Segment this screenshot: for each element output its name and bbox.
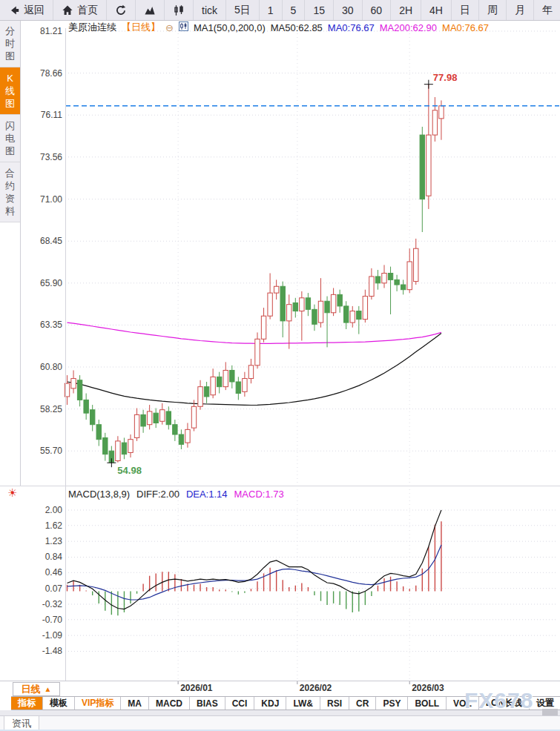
toolbar-item-4h[interactable]: 4H [421,0,452,20]
y-axis-label: 76.11 [41,110,62,120]
y-axis-label: 63.35 [40,320,62,330]
y-axis-label: 81.21 [40,26,62,36]
y-axis-label: 60.80 [40,362,62,372]
toolbar-item-label: 5 [291,4,297,16]
period-selector-label: 日线 [22,683,41,696]
toolbar-item-5d[interactable]: 5日 [226,0,260,20]
macd-y-axis-label: 0.84 [45,552,63,562]
refresh-icon [115,4,127,16]
toolbar-item-candle-chart[interactable] [165,0,194,20]
sidebar-item-time-chart[interactable]: 分时图 [0,20,20,67]
macd-y-axis-label: -0.70 [42,615,63,625]
tab-vol[interactable]: VOL [447,697,479,710]
bottom-bar: 资讯 [0,715,560,730]
tab-bias[interactable]: BIAS [190,697,225,710]
tab-rsi[interactable]: RSI [320,697,349,710]
toolbar-item-month[interactable]: 月 [507,0,534,20]
tab-indicator[interactable]: 指标 [11,697,43,710]
kline-settings-icon[interactable] [179,22,188,33]
tab-template[interactable]: 模板 [43,697,75,710]
instrument-title: 美原油连续 [68,21,116,34]
macd-histogram [67,521,441,615]
period-selector[interactable]: 日线 ▲ [13,682,60,696]
toolbar-item-label: 1 [268,4,274,16]
macd-macd-value: MACD:1.73 [234,489,284,500]
x-axis-label: 2026/03 [412,683,444,693]
mountain-icon [144,4,156,16]
divider-strip [0,710,560,715]
tab-lon[interactable]: LON长线 [479,697,530,710]
tab-kdj[interactable]: KDJ [254,697,286,710]
tab-ma[interactable]: MA [121,697,149,710]
x-axis-labels: 2026/012026/022026/03 [178,681,444,693]
toolbar-item-60m[interactable]: 60 [363,0,392,20]
price-macd-chart[interactable]: 81.2178.6676.1173.5671.0068.4565.9063.35… [0,0,560,731]
macd-y-axis-label: -0.32 [42,599,63,609]
toolbar-item-label: tick [202,4,217,16]
macd-y-axis-label: -1.09 [42,630,63,641]
low-price-label: 54.98 [117,465,142,476]
ma50-line [67,334,441,406]
toolbar-item-label: 年 [542,4,553,17]
indicator-tab-bar: 指标模板VIP指标MAMACDBIASCCIKDJLW&RSICRPSYBOLL… [11,696,560,710]
toolbar-item-5m[interactable]: 5 [283,0,306,20]
horizontal-scrollbar[interactable] [542,709,558,715]
toolbar-item-2h[interactable]: 2H [391,0,421,20]
low-cross-marker [107,458,116,467]
toolbar-item-15m[interactable]: 15 [305,0,334,20]
y-axis-label: 73.56 [40,152,62,162]
toolbar-item-home[interactable]: 首页 [53,0,107,20]
tab-vip-indicator[interactable]: VIP指标 [75,697,121,710]
main-chart-header: 美原油连续 【日线】 ⊖ MA1(50,0,200,0) MA50:62.85 … [68,21,489,34]
toolbar-item-1m[interactable]: 1 [260,0,283,20]
toolbar-item-label: 30 [342,4,354,16]
toolbar-item-back[interactable]: 返回 [0,0,53,20]
x-axis-label: 2026/02 [300,683,332,693]
toolbar-item-label: 月 [515,4,525,17]
ma0-value-orange: MA0:76.67 [442,22,489,33]
toolbar-item-year[interactable]: 年 [534,0,560,20]
toolbar-item-label: 返回 [24,4,45,17]
home-icon [62,4,73,16]
top-toolbar: 返回首页tick5日151530602H4H日周月年更多 [0,0,560,21]
sidebar-item-contract-info[interactable]: 合约资料 [0,162,20,222]
tab-psy[interactable]: PSY [376,697,408,710]
back-icon [8,4,20,16]
tab-macd[interactable]: MACD [149,697,190,710]
tab-boll[interactable]: BOLL [408,697,447,710]
toolbar-item-30m[interactable]: 30 [334,0,363,20]
collapse-icon[interactable]: ⊖ [165,22,174,33]
macd-header: MACD(13,8,9) DIFF:2.00 DEA:1.14 MACD:1.7… [68,489,284,500]
macd-diff-value: DIFF:2.00 [136,489,179,500]
high-cross-marker [424,80,433,89]
toolbar-item-line-chart[interactable] [136,0,165,20]
tab-settings[interactable]: 设置 [530,697,560,710]
tab-cr[interactable]: CR [349,697,376,710]
macd-y-axis-label: 2.00 [45,505,63,515]
x-axis-label: 2026/01 [180,683,213,693]
macd-y-axis-label: 1.23 [45,536,63,546]
candlestick-series[interactable] [65,85,444,463]
gridlines [65,30,558,681]
toolbar-item-day[interactable]: 日 [452,0,479,20]
tab-lw[interactable]: LW& [286,697,320,710]
toolbar-item-tick[interactable]: tick [194,0,226,20]
sidebar-item-flash-chart[interactable]: 闪电图 [0,115,20,162]
toolbar-item-label: 15 [313,4,325,16]
sidebar-item-kline-chart[interactable]: K线图 [0,67,20,115]
panel-borders [0,28,560,681]
tab-news[interactable]: 资讯 [4,716,39,730]
y-axis-label: 68.45 [40,236,62,246]
toolbar-item-label: 首页 [77,4,98,17]
y-axis-label: 78.66 [40,68,62,79]
y-axis-label: 71.00 [40,194,62,205]
macd-y-axis-label: -1.48 [42,646,63,656]
macd-dea-value: DEA:1.14 [186,489,228,500]
toolbar-item-refresh[interactable] [107,0,136,20]
macd-settings-icon[interactable]: ☀ [7,487,17,498]
macd-y-axis-label: 0.46 [45,567,63,578]
ma200-line [67,322,441,343]
toolbar-item-week[interactable]: 周 [479,0,507,20]
tab-cci[interactable]: CCI [225,697,255,710]
toolbar-item-label: 2H [399,4,412,16]
